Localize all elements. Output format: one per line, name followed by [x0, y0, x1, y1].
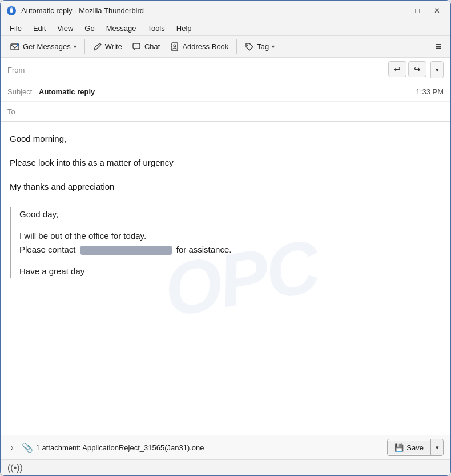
menu-edit[interactable]: Edit [29, 22, 50, 34]
subject-value: Automatic reply [39, 87, 416, 96]
menu-view[interactable]: View [53, 22, 78, 34]
app-icon [6, 6, 17, 16]
toolbar-separator-1 [84, 39, 85, 54]
svg-point-5 [174, 45, 176, 47]
to-label: To [7, 107, 39, 116]
svg-point-1 [10, 9, 13, 13]
body-line-2: Please look into this as a matter of urg… [10, 156, 441, 170]
email-body: ОРС Good morning, Please look into this … [1, 122, 450, 435]
get-messages-dropdown-arrow[interactable]: ▾ [74, 43, 76, 50]
attachment-expand-button[interactable]: › [7, 442, 17, 453]
svg-point-9 [247, 44, 248, 45]
save-label: Save [406, 443, 424, 452]
more-actions-button[interactable]: ▾ [430, 62, 443, 78]
email-time: 1:33 PM [416, 87, 444, 96]
tag-button[interactable]: Tag ▾ [240, 40, 279, 54]
address-book-label: Address Book [182, 42, 228, 51]
from-row: From ↩ ↪ ▾ [1, 58, 450, 82]
forward-button[interactable]: ↪ [408, 61, 426, 77]
menu-file[interactable]: File [5, 22, 26, 34]
reply-button[interactable]: ↩ [388, 61, 406, 77]
attachment-footer: › 📎 1 attachment: ApplicationReject_3156… [1, 435, 450, 459]
write-label: Write [105, 42, 122, 51]
body-greeting: Good morning, [10, 134, 66, 143]
tag-dropdown-arrow[interactable]: ▾ [272, 43, 275, 50]
toolbar: Get Messages ▾ Write Chat [1, 36, 450, 58]
chat-label: Chat [144, 42, 160, 51]
menu-bar: File Edit View Go Message Tools Help [1, 21, 450, 36]
address-book-button[interactable]: Address Book [166, 40, 233, 54]
body-urgency: Please look into this as a matter of urg… [10, 158, 174, 167]
tag-label: Tag [257, 42, 269, 51]
save-button[interactable]: 💾 Save [388, 441, 430, 454]
body-line-3: My thanks and appreciation [10, 180, 441, 194]
redacted-email-address [80, 246, 172, 255]
more-actions-dropdown: ▾ [430, 61, 444, 78]
quoted-line-2: I will be out of the office for today. P… [19, 229, 441, 257]
status-bar: ((•)) [1, 459, 450, 475]
quoted-contact-pre: Please contact [19, 245, 75, 254]
maximize-button[interactable]: □ [409, 5, 425, 17]
write-icon [93, 42, 102, 51]
from-label: From [7, 66, 39, 74]
title-bar: Automatic reply - Mozilla Thunderbird — … [1, 1, 450, 21]
svg-rect-3 [133, 43, 140, 49]
menu-message[interactable]: Message [102, 22, 141, 34]
window-controls: — □ ✕ [390, 5, 445, 17]
title-bar-left: Automatic reply - Mozilla Thunderbird [6, 6, 144, 16]
menu-help[interactable]: Help [172, 22, 196, 34]
toolbar-separator-2 [236, 39, 237, 54]
quoted-greeting: Good day, [19, 209, 58, 219]
quoted-line-1: Good day, [19, 207, 441, 221]
quoted-farewell: Have a great day [19, 266, 84, 276]
tag-icon [245, 42, 254, 51]
menu-go[interactable]: Go [80, 22, 99, 34]
address-book-icon [170, 42, 179, 51]
subject-row: Subject Automatic reply 1:33 PM [1, 82, 450, 102]
write-button[interactable]: Write [88, 40, 127, 54]
quoted-out-of-office: I will be out of the office for today. [19, 231, 146, 241]
to-row: To [1, 102, 450, 121]
email-header: From ↩ ↪ ▾ Subject Automatic reply 1:33 … [1, 58, 450, 122]
get-messages-label: Get Messages [23, 42, 71, 51]
close-button[interactable]: ✕ [429, 5, 445, 17]
subject-label: Subject [7, 87, 39, 96]
body-thanks: My thanks and appreciation [10, 182, 114, 191]
hamburger-menu-button[interactable]: ≡ [430, 38, 446, 55]
window-title: Automatic reply - Mozilla Thunderbird [21, 6, 144, 15]
chat-icon [132, 42, 142, 51]
chat-button[interactable]: Chat [128, 40, 164, 54]
get-messages-icon [10, 42, 20, 52]
save-icon: 💾 [394, 443, 404, 452]
status-icon: ((•)) [7, 463, 23, 473]
quoted-line-4: Have a great day [19, 265, 441, 278]
attachment-text: 1 attachment: ApplicationReject_31565(Ja… [36, 443, 388, 452]
save-group: 💾 Save ▾ [387, 439, 444, 456]
attachment-icon: 📎 [22, 442, 33, 453]
body-line-1: Good morning, [10, 132, 441, 146]
menu-tools[interactable]: Tools [143, 22, 169, 34]
quoted-contact-post: for assistance. [176, 245, 232, 254]
main-window: Automatic reply - Mozilla Thunderbird — … [0, 0, 451, 476]
minimize-button[interactable]: — [390, 5, 406, 17]
get-messages-button[interactable]: Get Messages ▾ [5, 39, 81, 54]
reply-actions: ↩ ↪ ▾ [388, 61, 444, 78]
save-dropdown-button[interactable]: ▾ [430, 439, 443, 455]
quoted-block: Good day, I will be out of the office fo… [10, 207, 441, 278]
